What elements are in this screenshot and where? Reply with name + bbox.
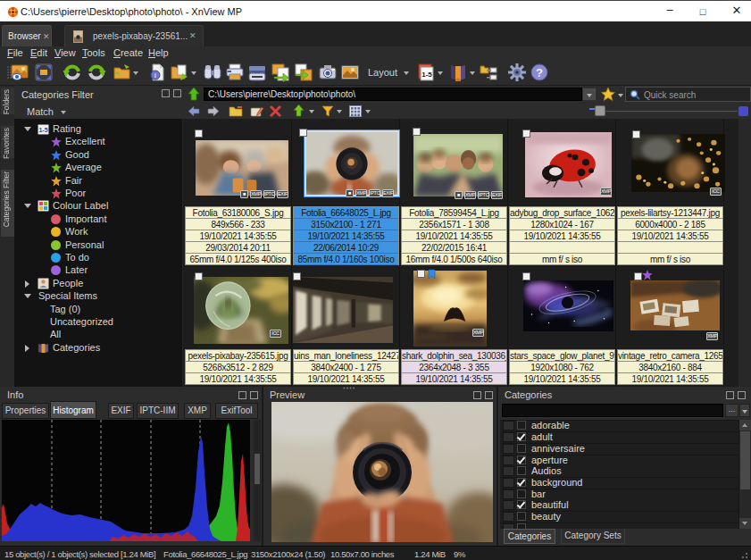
svg-text:?: ? [536, 66, 543, 79]
svg-text:1-5: 1-5 [38, 127, 47, 133]
svg-text:1-5: 1-5 [421, 71, 432, 79]
svg-text:i: i [154, 71, 156, 79]
